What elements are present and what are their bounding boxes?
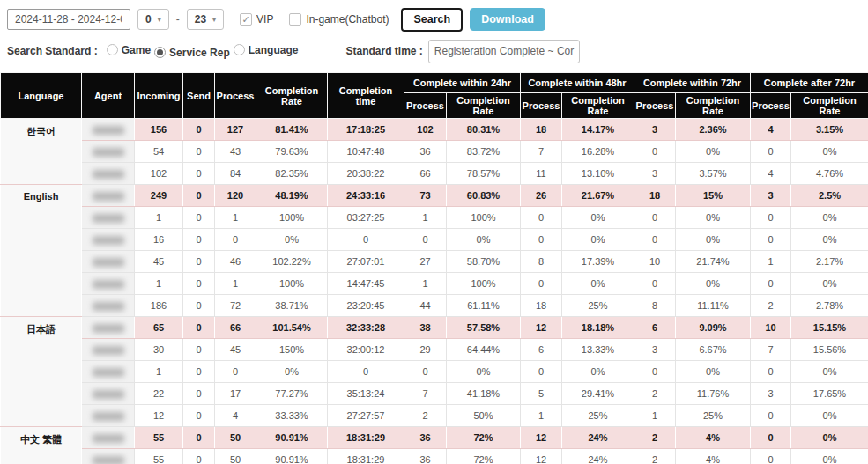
- cell-after72hr-rate: 2.17%: [791, 251, 868, 273]
- report-table: Language Agent Incoming Send Process Com…: [0, 72, 868, 464]
- cell-48hr-rate: 0%: [562, 229, 634, 251]
- redacted-agent-name: [93, 346, 124, 355]
- cell-72hr-rate: 0%: [676, 207, 751, 229]
- language-cell: 中文 繁體: [1, 427, 82, 464]
- cell-72hr-process: 0: [634, 207, 676, 229]
- cell-48hr-process: 8: [521, 251, 562, 273]
- chevron-down-icon: ▾: [158, 16, 161, 24]
- search-standard-radio-service-rep[interactable]: Service Rep: [154, 47, 230, 59]
- cell-24hr-rate: 60.83%: [447, 185, 521, 207]
- agent-cell: [82, 185, 135, 207]
- date-range-input[interactable]: [7, 9, 130, 30]
- cell-send: 0: [183, 251, 215, 273]
- cell-process: 50: [215, 449, 256, 464]
- cell-24hr-process: 36: [404, 449, 447, 464]
- agent-cell: [82, 295, 135, 317]
- cell-72hr-process: 6: [634, 317, 676, 339]
- cell-completion-time: 18:31:29: [328, 427, 404, 449]
- cell-48hr-rate: 0%: [562, 273, 634, 295]
- table-header: Language Agent Incoming Send Process Com…: [1, 73, 868, 119]
- cell-completion-rate: 100%: [256, 273, 328, 295]
- search-standard-label: Search Standard :: [7, 45, 98, 57]
- hour-to-select[interactable]: 23 ▾: [187, 9, 224, 30]
- radio-icon[interactable]: [107, 44, 118, 55]
- subcol-after72hr-process: Process: [751, 93, 791, 119]
- radio-icon[interactable]: [234, 44, 245, 55]
- search-standard-radio-language[interactable]: Language: [234, 44, 299, 56]
- cell-48hr-process: 18: [521, 295, 562, 317]
- cell-24hr-rate: 58.70%: [447, 251, 521, 273]
- cell-48hr-process: 12: [521, 427, 562, 449]
- cell-after72hr-rate: 15.15%: [791, 317, 868, 339]
- toolbar: 0 ▾ - 23 ▾ ✓ VIP In-game(Chatbot) Search…: [0, 0, 868, 31]
- cell-24hr-process: 29: [404, 339, 447, 361]
- redacted-agent-name: [93, 192, 124, 201]
- cell-completion-rate: 0%: [256, 229, 328, 251]
- table-row: 한국어156012781.41%17:18:2510280.31%1814.17…: [1, 119, 868, 141]
- search-standard-radio-game[interactable]: Game: [107, 44, 151, 56]
- subcol-48hr-process: Process: [521, 93, 562, 119]
- vip-checkbox[interactable]: ✓: [240, 13, 252, 26]
- table-row: 10208482.35%20:38:226678.57%1113.10%33.5…: [1, 163, 868, 185]
- cell-48hr-rate: 21.67%: [562, 185, 634, 207]
- cell-after72hr-process: 10: [751, 317, 791, 339]
- standard-time-select[interactable]: Registeration Complete ~ Cor: [428, 40, 580, 63]
- cell-24hr-rate: 64.44%: [447, 339, 521, 361]
- hour-from-select[interactable]: 0 ▾: [137, 9, 169, 30]
- col-header-send: Send: [183, 73, 215, 119]
- cell-24hr-process: 1: [404, 207, 447, 229]
- group-header-within-48hr: Complete within 48hr: [521, 73, 634, 93]
- cell-after72hr-process: 2: [751, 295, 791, 317]
- standard-time-label: Standard time :: [345, 45, 422, 57]
- cell-72hr-process: 8: [634, 295, 676, 317]
- redacted-agent-name: [93, 390, 124, 399]
- cell-completion-time: 23:20:45: [328, 295, 404, 317]
- cell-process: 120: [215, 185, 256, 207]
- redacted-agent-name: [93, 434, 124, 443]
- cell-completion-time: 24:33:16: [328, 185, 404, 207]
- cell-after72hr-process: 0: [751, 427, 791, 449]
- table-row: 日本語65066101.54%32:33:283857.58%1218.18%6…: [1, 317, 868, 339]
- cell-24hr-rate: 72%: [447, 427, 521, 449]
- language-cell: English: [1, 185, 82, 317]
- cell-after72hr-process: 1: [751, 251, 791, 273]
- cell-after72hr-rate: 4.76%: [791, 163, 868, 185]
- cell-after72hr-rate: 0%: [791, 273, 868, 295]
- redacted-agent-name: [93, 324, 124, 333]
- cell-process: 46: [215, 251, 256, 273]
- cell-process: 0: [215, 229, 256, 251]
- filters-bar: Search Standard : GameService RepLanguag…: [0, 31, 868, 64]
- radio-icon[interactable]: [154, 47, 166, 58]
- cell-48hr-rate: 16.28%: [562, 141, 634, 163]
- download-button[interactable]: Download: [470, 8, 545, 31]
- table-row: 101100%03:27:251100%00%00%00%: [1, 207, 868, 229]
- cell-48hr-process: 0: [521, 273, 562, 295]
- cell-process: 1: [215, 273, 256, 295]
- table-row: 1000%000%00%00%00%: [1, 361, 868, 383]
- cell-incoming: 55: [135, 427, 183, 449]
- cell-send: 0: [183, 119, 215, 141]
- cell-after72hr-rate: 2.78%: [791, 295, 868, 317]
- cell-completion-rate: 100%: [256, 207, 328, 229]
- radio-label: Service Rep: [169, 47, 230, 59]
- cell-after72hr-rate: 0%: [791, 141, 868, 163]
- cell-process: 127: [215, 119, 256, 141]
- cell-24hr-process: 27: [404, 251, 447, 273]
- cell-after72hr-process: 3: [751, 185, 791, 207]
- cell-24hr-rate: 78.57%: [447, 163, 521, 185]
- cell-48hr-process: 18: [521, 119, 562, 141]
- chatbot-checkbox[interactable]: [289, 13, 301, 26]
- cell-send: 0: [183, 207, 215, 229]
- search-button[interactable]: Search: [401, 8, 463, 32]
- cell-after72hr-rate: 0%: [791, 449, 868, 464]
- cell-48hr-process: 5: [521, 383, 562, 405]
- cell-72hr-rate: 11.76%: [676, 383, 751, 405]
- cell-72hr-rate: 9.09%: [676, 317, 751, 339]
- cell-process: 66: [215, 317, 256, 339]
- cell-72hr-process: 1: [634, 405, 676, 427]
- vip-checkbox-wrap[interactable]: ✓ VIP: [240, 13, 273, 26]
- chatbot-checkbox-wrap[interactable]: In-game(Chatbot): [289, 13, 389, 26]
- cell-completion-rate: 81.41%: [256, 119, 328, 141]
- cell-72hr-rate: 6.67%: [676, 339, 751, 361]
- cell-48hr-rate: 25%: [562, 295, 634, 317]
